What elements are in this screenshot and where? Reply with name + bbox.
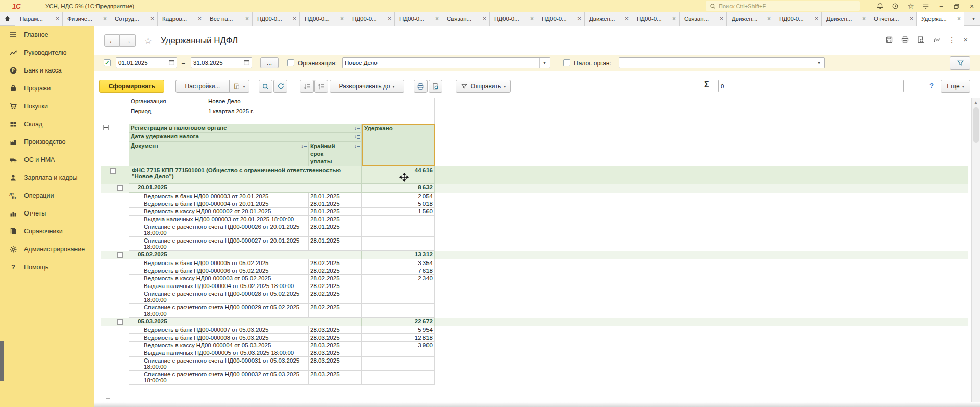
tab-close-icon[interactable]: × xyxy=(340,15,344,22)
document-cell[interactable]: Списание с расчетного счета НД00-000029 … xyxy=(129,304,309,318)
settings-variants-button[interactable]: ▾ xyxy=(229,80,249,93)
forward-button[interactable]: → xyxy=(120,34,136,47)
document-cell[interactable]: Ведомость в банк НД00-000008 от 05.03.20… xyxy=(129,334,309,342)
global-search-input[interactable]: Поиск Ctrl+Shift+F xyxy=(706,1,860,11)
sidebar-scrollbar[interactable] xyxy=(0,341,4,381)
calendar-icon[interactable] xyxy=(168,59,175,66)
preview-button[interactable] xyxy=(429,80,442,93)
tab-overflow-icon[interactable]: ▾ xyxy=(967,12,980,26)
document-cell[interactable]: Ведомость в банк НД00-000004 от 20.01.20… xyxy=(129,200,309,208)
due-date-cell[interactable]: 28.01.2025 xyxy=(309,193,362,200)
due-date-cell[interactable]: 28.03.2025 xyxy=(309,326,362,334)
generate-button[interactable]: Сформировать xyxy=(99,80,164,93)
back-button[interactable]: ← xyxy=(104,34,120,47)
tab-18[interactable]: Движен...× xyxy=(822,12,869,26)
due-date-cell[interactable]: 28.03.2025 xyxy=(309,371,362,385)
document-cell[interactable]: Ведомость в банк НД00-000005 от 05.02.20… xyxy=(129,259,309,267)
due-date-cell[interactable]: 28.02.2025 xyxy=(309,290,362,304)
due-date-cell[interactable]: 28.02.2025 xyxy=(309,282,362,290)
get-link-icon[interactable] xyxy=(933,36,941,44)
document-cell[interactable]: Ведомость в банк НД00-000003 от 20.01.20… xyxy=(129,193,309,200)
tab-close-icon[interactable]: × xyxy=(815,15,818,22)
tab-close-icon[interactable]: × xyxy=(483,15,486,22)
filter-settings-button[interactable] xyxy=(950,56,970,70)
tab-19[interactable]: Отчеты...× xyxy=(869,12,917,26)
tab-close-icon[interactable]: × xyxy=(103,15,107,22)
tab-12[interactable]: НД00-0...× xyxy=(537,12,585,26)
scrollbar-thumb[interactable] xyxy=(973,107,979,143)
sort-icon[interactable]: ↓ xyxy=(301,143,307,149)
tab-close-icon[interactable]: × xyxy=(388,15,391,22)
tab-close-icon[interactable]: × xyxy=(910,15,913,22)
col-header-hold-date[interactable]: Дата удержания налога ↓ xyxy=(129,133,362,142)
organization-combo[interactable]: Новое Дело ▾ xyxy=(342,57,550,68)
document-cell[interactable]: Ведомость в банк НД00-000007 от 05.03.20… xyxy=(129,326,309,334)
document-cell[interactable]: Ведомость в кассу НД00-000003 от 05.02.2… xyxy=(129,275,309,282)
group-withheld-value[interactable]: 22 672 xyxy=(362,318,435,326)
tab-14[interactable]: НД00-0...× xyxy=(632,12,680,26)
tab-close-icon[interactable]: × xyxy=(56,15,59,22)
main-menu-icon[interactable] xyxy=(30,4,37,8)
close-window-icon[interactable]: × xyxy=(968,2,976,10)
vertical-scrollbar[interactable]: ▲ xyxy=(971,98,980,407)
tab-3[interactable]: Сотруд...× xyxy=(110,12,158,26)
sort-icon[interactable]: ↓ xyxy=(354,125,360,131)
tab-13[interactable]: Движен...× xyxy=(585,12,632,26)
due-date-cell[interactable]: 28.03.2025 xyxy=(309,342,362,349)
withheld-value-cell[interactable]: 2 054 xyxy=(362,193,435,200)
due-date-cell[interactable]: 28.01.2025 xyxy=(309,237,362,251)
help-link[interactable]: ? xyxy=(929,82,934,89)
due-date-cell[interactable]: 28.03.2025 xyxy=(309,334,362,342)
document-cell[interactable]: Выдача наличных НД00-000003 от 20.01.202… xyxy=(129,216,309,223)
document-cell[interactable]: Списание с расчетного счета НД00-000032 … xyxy=(129,371,309,385)
col-header-registration[interactable]: Регистрация в налоговом органе ↓ xyxy=(129,124,362,133)
group-expander[interactable] xyxy=(117,185,123,191)
withheld-value-cell[interactable] xyxy=(362,349,435,357)
due-date-cell[interactable]: 28.02.2025 xyxy=(309,267,362,275)
period-choice-button[interactable]: ... xyxy=(260,57,279,68)
due-date-cell[interactable]: 28.01.2025 xyxy=(309,223,362,237)
tab-17[interactable]: НД00-0...× xyxy=(774,12,822,26)
autosum-input[interactable] xyxy=(718,80,904,92)
due-date-cell[interactable]: 28.03.2025 xyxy=(309,349,362,357)
print-icon[interactable] xyxy=(901,36,909,44)
group-date-cell[interactable]: 20.01.2025 xyxy=(129,184,362,193)
withheld-value-cell[interactable]: 3 354 xyxy=(362,259,435,267)
col-header-withheld[interactable]: Удержано xyxy=(362,124,435,166)
tab-close-icon[interactable]: × xyxy=(957,15,961,22)
withheld-value-cell[interactable] xyxy=(362,371,435,385)
notifications-bell-icon[interactable] xyxy=(876,2,884,10)
col-header-document[interactable]: Документ ↓ xyxy=(129,142,309,166)
group-withheld-value[interactable]: 44 616 xyxy=(362,166,435,184)
expand-groups-button[interactable] xyxy=(300,80,314,93)
tab-1[interactable]: Парам...× xyxy=(15,12,63,26)
sidebar-item-5[interactable]: Покупки xyxy=(0,97,94,115)
tab-close-icon[interactable]: × xyxy=(198,15,202,22)
col-header-due[interactable]: Крайний срок уплаты ↓ xyxy=(309,142,362,166)
find-next-button[interactable] xyxy=(273,80,287,93)
tab-close-icon[interactable]: × xyxy=(150,15,154,22)
withheld-value-cell[interactable]: 2 340 xyxy=(362,275,435,282)
expand-to-button[interactable]: Разворачивать до▾ xyxy=(330,80,404,93)
withheld-value-cell[interactable]: 3 900 xyxy=(362,342,435,349)
document-cell[interactable]: Списание с расчетного счета НД00-000031 … xyxy=(129,357,309,371)
favorites-star-icon[interactable]: ☆ xyxy=(907,2,915,10)
sidebar-item-3[interactable]: ₽Банк и касса xyxy=(0,61,94,79)
sidebar-item-2[interactable]: Руководителю xyxy=(0,43,94,61)
withheld-value-cell[interactable]: 12 818 xyxy=(362,334,435,342)
service-menu-icon[interactable] xyxy=(922,2,930,10)
period-to-input[interactable] xyxy=(191,57,252,68)
withheld-value-cell[interactable]: 5 954 xyxy=(362,326,435,334)
tab-close-icon[interactable]: × xyxy=(720,15,723,22)
due-date-cell[interactable]: 28.01.2025 xyxy=(309,200,362,208)
add-favorite-star-icon[interactable]: ☆ xyxy=(144,36,152,46)
withheld-value-cell[interactable]: 1 560 xyxy=(362,208,435,216)
group-withheld-value[interactable]: 13 312 xyxy=(362,251,435,259)
sidebar-item-11[interactable]: Отчеты xyxy=(0,204,94,222)
withheld-value-cell[interactable] xyxy=(362,216,435,223)
sidebar-item-1[interactable]: Главное xyxy=(0,26,94,43)
sidebar-item-10[interactable]: ДтКтОперации xyxy=(0,186,94,204)
tab-close-icon[interactable]: × xyxy=(245,15,249,22)
sidebar-item-12[interactable]: Справочники xyxy=(0,222,94,240)
tab-16[interactable]: Движен...× xyxy=(727,12,774,26)
